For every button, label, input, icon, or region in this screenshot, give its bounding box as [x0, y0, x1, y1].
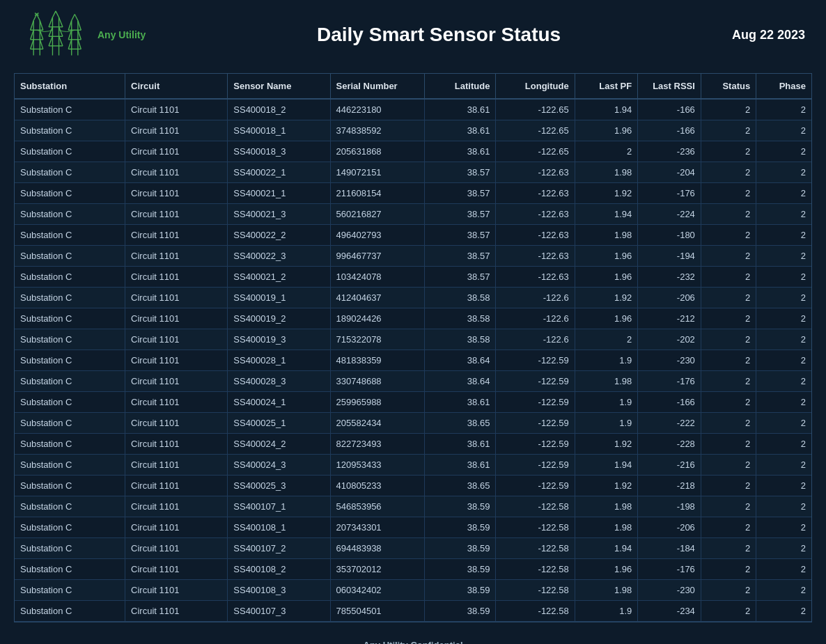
cell-0-0: Substation C — [15, 99, 125, 120]
cell-22-0: Substation C — [15, 559, 125, 580]
cell-0-3: 446223180 — [330, 99, 425, 120]
cell-10-8: 2 — [701, 308, 756, 329]
cell-21-8: 2 — [701, 538, 756, 559]
cell-12-8: 2 — [701, 350, 756, 371]
cell-9-0: Substation C — [15, 288, 125, 308]
table-row: Substation CCircuit 1101SS400019_2189024… — [15, 308, 811, 329]
cell-1-7: -166 — [638, 120, 701, 141]
cell-11-7: -202 — [638, 329, 701, 350]
cell-15-4: 38.65 — [425, 413, 496, 434]
cell-20-7: -206 — [638, 517, 701, 538]
cell-21-0: Substation C — [15, 538, 125, 559]
page-header: Any Utility Daily Smart Sensor Status Au… — [0, 0, 826, 70]
col-header-circuit: Circuit — [125, 74, 228, 99]
cell-2-4: 38.61 — [425, 141, 496, 162]
cell-21-4: 38.59 — [425, 538, 496, 559]
cell-0-5: -122.65 — [496, 99, 575, 120]
cell-3-9: 2 — [756, 162, 811, 183]
cell-14-5: -122.59 — [496, 392, 575, 413]
table-row: Substation CCircuit 1101SS400018_2446223… — [15, 99, 811, 120]
cell-14-0: Substation C — [15, 392, 125, 413]
svg-line-22 — [49, 17, 52, 27]
col-header-last-pf: Last PF — [575, 74, 638, 99]
cell-2-0: Substation C — [15, 141, 125, 162]
svg-line-17 — [52, 11, 56, 17]
cell-11-8: 2 — [701, 329, 756, 350]
cell-11-2: SS400019_3 — [228, 329, 330, 350]
svg-line-24 — [49, 27, 52, 37]
table-row: Substation CCircuit 1101SS400108_1207343… — [15, 517, 811, 538]
cell-9-3: 412404637 — [330, 288, 425, 308]
cell-18-2: SS400025_3 — [228, 476, 330, 496]
cell-9-5: -122.6 — [496, 288, 575, 308]
cell-12-2: SS400028_1 — [228, 350, 330, 371]
table-row: Substation CCircuit 1101SS400028_3330748… — [15, 371, 811, 392]
cell-24-6: 1.9 — [575, 601, 638, 622]
cell-4-6: 1.92 — [575, 183, 638, 204]
cell-1-1: Circuit 1101 — [125, 120, 228, 141]
data-table-container: Substation Circuit Sensor Name Serial Nu… — [14, 73, 812, 622]
cell-8-1: Circuit 1101 — [125, 267, 228, 288]
sensor-table: Substation Circuit Sensor Name Serial Nu… — [15, 74, 811, 622]
cell-0-8: 2 — [701, 99, 756, 120]
table-row: Substation CCircuit 1101SS400018_1374838… — [15, 120, 811, 141]
cell-18-8: 2 — [701, 476, 756, 496]
cell-4-2: SS400021_1 — [228, 183, 330, 204]
cell-17-2: SS400024_3 — [228, 455, 330, 476]
cell-14-4: 38.61 — [425, 392, 496, 413]
cell-9-4: 38.58 — [425, 288, 496, 308]
cell-17-7: -216 — [638, 455, 701, 476]
cell-4-7: -176 — [638, 183, 701, 204]
cell-18-3: 410805233 — [330, 476, 425, 496]
cell-16-7: -228 — [638, 434, 701, 455]
cell-19-0: Substation C — [15, 496, 125, 517]
svg-line-26 — [49, 36, 52, 46]
cell-14-9: 2 — [756, 392, 811, 413]
cell-14-1: Circuit 1101 — [125, 392, 228, 413]
cell-4-4: 38.57 — [425, 183, 496, 204]
company-name: Any Utility — [98, 29, 146, 40]
cell-1-0: Substation C — [15, 120, 125, 141]
cell-0-2: SS400018_2 — [228, 99, 330, 120]
cell-2-3: 205631868 — [330, 141, 425, 162]
cell-0-9: 2 — [756, 99, 811, 120]
cell-1-8: 2 — [701, 120, 756, 141]
table-row: Substation CCircuit 1101SS400021_3560216… — [15, 204, 811, 225]
cell-11-9: 2 — [756, 329, 811, 350]
cell-2-9: 2 — [756, 141, 811, 162]
table-row: Substation CCircuit 1101SS400021_1211608… — [15, 183, 811, 204]
cell-23-8: 2 — [701, 580, 756, 601]
cell-22-9: 2 — [756, 559, 811, 580]
table-row: Substation CCircuit 1101SS400108_2353702… — [15, 559, 811, 580]
cell-22-1: Circuit 1101 — [125, 559, 228, 580]
cell-14-3: 259965988 — [330, 392, 425, 413]
confidential-label: Any Utility Confidential — [14, 640, 812, 644]
cell-6-1: Circuit 1101 — [125, 225, 228, 246]
cell-20-3: 207343301 — [330, 517, 425, 538]
cell-5-1: Circuit 1101 — [125, 204, 228, 225]
cell-13-7: -176 — [638, 371, 701, 392]
cell-7-9: 2 — [756, 246, 811, 267]
svg-line-18 — [56, 11, 59, 17]
cell-7-3: 996467737 — [330, 246, 425, 267]
table-row: Substation CCircuit 1101SS400019_3715322… — [15, 329, 811, 350]
company-logo — [21, 7, 91, 63]
cell-2-2: SS400018_3 — [228, 141, 330, 162]
page-title: Daily Smart Sensor Status — [146, 24, 732, 46]
svg-line-27 — [59, 36, 63, 46]
cell-4-3: 211608154 — [330, 183, 425, 204]
cell-17-8: 2 — [701, 455, 756, 476]
cell-11-6: 2 — [575, 329, 638, 350]
cell-22-6: 1.96 — [575, 559, 638, 580]
cell-7-2: SS400022_3 — [228, 246, 330, 267]
cell-19-6: 1.98 — [575, 496, 638, 517]
cell-13-2: SS400028_3 — [228, 371, 330, 392]
cell-7-6: 1.96 — [575, 246, 638, 267]
cell-3-6: 1.98 — [575, 162, 638, 183]
cell-11-4: 38.58 — [425, 329, 496, 350]
cell-24-9: 2 — [756, 601, 811, 622]
cell-16-1: Circuit 1101 — [125, 434, 228, 455]
table-row: Substation CCircuit 1101SS400018_3205631… — [15, 141, 811, 162]
cell-1-9: 2 — [756, 120, 811, 141]
cell-23-5: -122.58 — [496, 580, 575, 601]
